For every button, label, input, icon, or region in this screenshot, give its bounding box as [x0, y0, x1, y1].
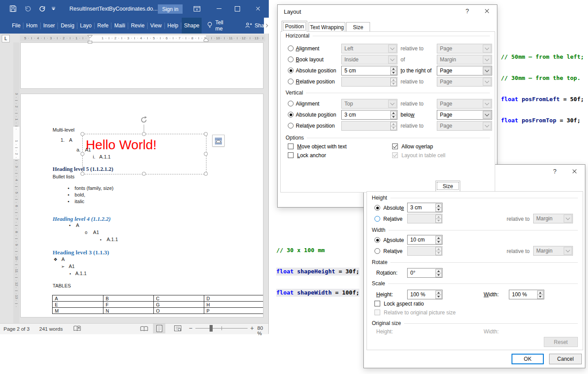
table-cell[interactable]: E [53, 302, 103, 308]
resize-handle-s[interactable] [142, 172, 146, 176]
tab-position[interactable]: Position [282, 21, 307, 32]
print-layout-button[interactable] [153, 324, 165, 333]
minimize-button[interactable] [217, 8, 221, 9]
checkbox-lock-aspect-ratio[interactable] [374, 301, 380, 306]
sign-in-button[interactable]: Sign in [158, 4, 183, 14]
left-indent-marker[interactable] [88, 41, 92, 44]
rotation-handle-icon[interactable] [139, 115, 149, 126]
radio-h-relative-position[interactable] [288, 79, 294, 84]
table-cell[interactable]: G [154, 302, 204, 308]
spinner-scale-width[interactable]: 100 % [509, 290, 544, 299]
close-icon[interactable] [484, 8, 489, 14]
ribbon-tab-view[interactable]: View [148, 18, 164, 34]
paragraph-multi-level[interactable]: Multi-level [53, 127, 75, 132]
radio-height-relative[interactable] [374, 216, 380, 222]
radio-h-alignment[interactable] [288, 45, 294, 51]
checkbox-move-object-with-text[interactable] [288, 144, 294, 149]
resize-handle-nw[interactable] [80, 132, 84, 136]
tab-text-wrapping[interactable]: Text Wrapping [309, 22, 345, 32]
undo-icon[interactable] [24, 6, 32, 12]
radio-v-alignment[interactable] [288, 101, 294, 106]
combo-v-absolute-rel[interactable]: Page [437, 110, 492, 120]
ribbon-expand-button[interactable] [264, 18, 269, 34]
heading-3[interactable]: Heading level 3 (1.1.3) [53, 249, 109, 256]
radio-book-layout[interactable] [288, 57, 294, 62]
help-button[interactable]: ? [553, 168, 557, 175]
ribbon-tab-maili[interactable]: Maili [112, 18, 127, 34]
tab-size[interactable]: Size [346, 22, 370, 32]
resize-handle-w[interactable] [80, 152, 84, 156]
bullet-item[interactable]: •italic [68, 199, 84, 204]
spinner-h-absolute-position[interactable]: 5 cm [341, 66, 397, 76]
qat-customize-icon[interactable] [52, 7, 55, 10]
page-1-bottom[interactable] [20, 42, 263, 89]
table-cell[interactable]: F [103, 302, 154, 308]
paragraph-tables[interactable]: TABLES [53, 283, 71, 288]
page-indicator[interactable]: Page 2 of 3 [4, 326, 30, 332]
combo-h-absolute-rel[interactable]: Page [437, 66, 492, 76]
radio-width-relative[interactable] [374, 248, 380, 254]
web-layout-button[interactable] [172, 324, 184, 333]
ribbon-tab-refe[interactable]: Refe [95, 18, 111, 34]
zoom-slider-handle[interactable] [210, 325, 213, 332]
bullet-item[interactable]: •A [69, 223, 79, 228]
bullet-item[interactable]: ▪A.1.1 [100, 237, 118, 242]
proofing-errors-icon[interactable] [73, 325, 81, 332]
maximize-button[interactable] [235, 6, 240, 11]
table-cell[interactable]: A [53, 295, 103, 302]
tell-me-group[interactable]: Tell me [207, 19, 229, 32]
bullet-item[interactable]: ❖A [53, 257, 65, 262]
paragraph-bullet-lists[interactable]: Bullet lists [53, 174, 75, 179]
table-cell[interactable]: C [154, 295, 204, 302]
radio-height-absolute[interactable] [374, 205, 380, 211]
ribbon-tab-layo[interactable]: Layo [78, 18, 94, 34]
bullet-item[interactable]: ➢A1 [61, 264, 75, 269]
resize-handle-ne[interactable] [204, 132, 208, 136]
help-button[interactable]: ? [466, 8, 469, 15]
ribbon-display-options-icon[interactable] [194, 6, 200, 12]
tab-selector[interactable]: L [2, 35, 10, 42]
tab-size[interactable]: Size [435, 181, 460, 191]
ribbon-tab-hom[interactable]: Hom [24, 18, 39, 34]
bullet-item[interactable]: ▪A.1.1 [69, 271, 87, 276]
radio-width-absolute[interactable] [374, 237, 380, 243]
spinner-scale-height[interactable]: 100 % [407, 290, 443, 299]
ribbon-tab-help[interactable]: Help [165, 18, 181, 34]
zoom-in-button[interactable]: + [250, 325, 254, 332]
table-cell[interactable]: P [204, 308, 263, 314]
ribbon-tab-revie[interactable]: Revie [129, 18, 147, 34]
first-line-indent-marker[interactable] [87, 35, 93, 38]
ribbon-tab-inser[interactable]: Inser [41, 18, 57, 34]
radio-v-relative-position[interactable] [288, 123, 294, 128]
heading-4[interactable]: Heading level 4 (1.1.2.2) [53, 215, 111, 223]
ok-button[interactable]: OK [512, 354, 544, 364]
resize-handle-n[interactable] [142, 132, 146, 136]
bullet-item[interactable]: •fonts (family, size) [68, 185, 114, 191]
spinner-v-absolute-position[interactable]: 3 cm [341, 110, 397, 120]
ribbon-tab-file[interactable]: File [10, 18, 23, 34]
bullet-item[interactable]: •bold, [68, 192, 85, 197]
spinner-rotation[interactable]: 0° [407, 268, 443, 278]
zoom-out-button[interactable]: − [189, 325, 192, 332]
checkbox-lock-anchor[interactable] [288, 152, 294, 158]
table-cell[interactable]: D [204, 295, 263, 302]
table-cell[interactable]: B [103, 295, 154, 302]
heading-5[interactable]: Heading level 5 (1.1.2.1.2) [53, 166, 113, 173]
cancel-button[interactable]: Cancel [549, 354, 582, 364]
redo-icon[interactable] [38, 6, 46, 12]
ribbon-tab-shape[interactable]: Shape [182, 18, 202, 34]
numbered-list-item[interactable]: 1.A [61, 137, 73, 143]
checkbox-allow-overlap[interactable] [392, 144, 398, 149]
spinner-width-absolute[interactable]: 10 cm [407, 235, 443, 245]
layout-options-button[interactable] [212, 135, 225, 147]
right-indent-marker[interactable] [203, 38, 209, 42]
ribbon-tab-desig[interactable]: Desig [58, 18, 76, 34]
table-cell[interactable]: M [53, 308, 103, 314]
table-cell[interactable]: O [154, 308, 204, 314]
close-icon[interactable] [572, 169, 577, 174]
radio-v-absolute-position[interactable] [288, 112, 294, 117]
spinner-height-absolute[interactable]: 3 cm [407, 203, 443, 212]
resize-handle-se[interactable] [204, 172, 208, 176]
radio-h-absolute-position[interactable] [288, 68, 294, 73]
read-mode-button[interactable] [138, 324, 150, 333]
